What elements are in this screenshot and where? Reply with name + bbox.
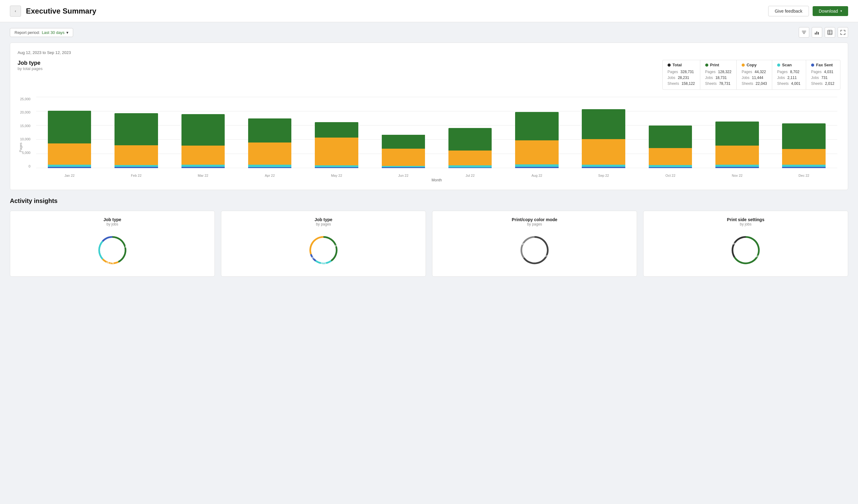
bar-segment-scan [181, 165, 225, 167]
bar-segment-copy [181, 146, 225, 165]
stacked-bar [448, 128, 492, 168]
bar-segment-print [782, 124, 826, 149]
bar-segment-print [48, 111, 91, 143]
donut-label: 66% [754, 255, 760, 258]
bar-group [370, 97, 437, 168]
donut-segment [521, 236, 535, 258]
filter-icon [801, 30, 807, 35]
donut-label: 10% [310, 256, 315, 259]
x-label: Apr 22 [236, 173, 303, 177]
stacked-bar [48, 111, 91, 168]
svg-rect-1 [803, 32, 806, 33]
bar-segment-print [515, 112, 559, 140]
x-label: Jan 22 [36, 173, 103, 177]
bar-chart-icon-button[interactable] [812, 27, 822, 38]
y-axis: 05,00010,00015,00020,00025,000 [20, 97, 33, 168]
donut-svg-container: 66%34% [650, 230, 842, 270]
legend-label-copy: Copy [747, 63, 757, 67]
download-button[interactable]: Download ▾ [813, 6, 848, 16]
bar-segment-fax [715, 167, 759, 168]
feedback-button[interactable]: Give feedback [768, 6, 809, 16]
stacked-bar [582, 109, 625, 168]
donut-segment [98, 241, 104, 259]
bar-segment-print [315, 122, 358, 138]
donut-segment [112, 236, 127, 262]
x-label: Sep 22 [570, 173, 637, 177]
legend-label-scan: Scan [782, 63, 792, 67]
svg-rect-5 [818, 32, 819, 35]
bar-segment-copy [248, 143, 292, 165]
x-label: Jun 22 [370, 173, 437, 177]
activity-insights-section: Activity insights Job type by jobs 42.5%… [10, 197, 848, 277]
x-label: May 22 [303, 173, 370, 177]
donut-segment [732, 236, 746, 258]
table-icon [827, 30, 833, 35]
bar-segment-fax [649, 167, 692, 168]
report-period-prefix: Report period: [15, 30, 40, 35]
bar-segment-copy [782, 149, 826, 165]
report-period-button[interactable]: Report period: Last 30 days ▾ [10, 28, 73, 37]
header-actions: Give feedback Download ▾ [768, 6, 848, 16]
table-icon-button[interactable] [825, 27, 835, 38]
bar-segment-copy [649, 148, 692, 165]
bar-segment-print [181, 114, 225, 145]
donut-segment [323, 236, 338, 261]
svg-rect-4 [816, 31, 817, 35]
bar-group [704, 97, 770, 168]
donut-card-title: Job type [16, 217, 208, 222]
chevron-down-icon: ▾ [66, 30, 68, 35]
donut-chart: 65%35% [514, 230, 555, 270]
x-label: Nov 22 [704, 173, 770, 177]
bar-segment-fax [782, 167, 826, 168]
expand-icon-button[interactable] [838, 27, 848, 38]
bar-segment-scan [582, 165, 625, 167]
donut-card: Print/copy color mode by pages 65%35% [432, 211, 637, 277]
bar-segment-fax [382, 167, 425, 168]
report-period-value: Last 30 days [42, 30, 64, 35]
svg-rect-6 [828, 30, 832, 35]
donut-card-title: Print/copy color mode [439, 217, 631, 222]
bar-segment-fax [114, 167, 158, 168]
legend-label-print: Print [710, 63, 719, 67]
legend-dot-print [705, 64, 708, 67]
donut-card-subtitle: by jobs [16, 222, 208, 226]
legend-item-scan: Scan Pages8,702 Jobs2,111 Sheets4,001 [772, 60, 806, 90]
svg-rect-2 [803, 33, 805, 34]
donut-chart: 40%20%10% [303, 230, 344, 270]
legend-label-fax: Fax Sent [816, 63, 833, 67]
x-label: Mar 22 [170, 173, 236, 177]
bar-segment-scan [248, 165, 292, 167]
activity-insights-title: Activity insights [10, 197, 848, 205]
donut-chart: 66%34% [726, 230, 766, 270]
bar-chart: 05,00010,00015,00020,00025,000 Jan 22Feb… [36, 97, 837, 177]
filter-icon-button[interactable] [799, 27, 809, 38]
bar-segment-fax [582, 167, 625, 168]
bar-group [236, 97, 303, 168]
legend-item-copy: Copy Pages44,322 Jobs11,444 Sheets22,043 [737, 60, 772, 90]
legend-dot-copy [742, 64, 745, 67]
page-title: Executive Summary [26, 7, 768, 15]
donut-label: 34% [731, 242, 737, 245]
bar-segment-copy [582, 139, 625, 165]
bar-segment-scan [48, 165, 91, 167]
back-button[interactable]: ‹ [10, 5, 21, 17]
bar-group [437, 97, 503, 168]
donut-label: 20.7% [106, 261, 114, 264]
x-label: Jul 22 [437, 173, 503, 177]
stacked-bar [114, 113, 158, 168]
expand-icon [840, 30, 846, 35]
bar-segment-print [582, 109, 625, 139]
stacked-bar [649, 126, 692, 168]
legend-dot-total [668, 64, 671, 67]
donut-card-subtitle: by pages [439, 222, 631, 226]
legend-item-total: Total Pages328,731 Jobs28,231 Sheets158,… [663, 60, 700, 90]
x-axis: Jan 22Feb 22Mar 22Apr 22May 22Jun 22Jul … [36, 173, 837, 177]
donut-svg-container: 65%35% [439, 230, 631, 270]
bar-group [503, 97, 570, 168]
svg-rect-3 [815, 33, 816, 35]
stacked-bar [181, 114, 225, 168]
bar-segment-copy [382, 149, 425, 166]
y-tick: 5,000 [22, 151, 31, 155]
bar-chart-icon [814, 30, 820, 35]
bars-area [36, 97, 837, 168]
